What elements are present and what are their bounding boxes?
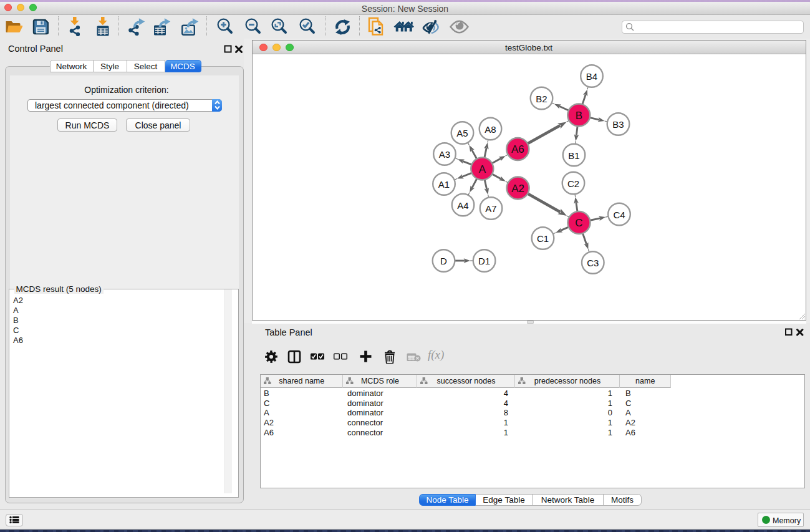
svg-text:A1: A1 xyxy=(438,179,449,190)
svg-text:C: C xyxy=(575,217,582,229)
svg-text:A4: A4 xyxy=(457,200,468,210)
svg-text:B1: B1 xyxy=(568,150,579,160)
svg-text:B4: B4 xyxy=(586,71,597,82)
svg-text:A3: A3 xyxy=(438,149,450,160)
svg-text:D1: D1 xyxy=(478,256,490,266)
svg-text:B3: B3 xyxy=(612,119,624,130)
svg-text:A6: A6 xyxy=(511,143,524,155)
svg-text:B2: B2 xyxy=(536,93,547,104)
svg-text:B: B xyxy=(575,109,582,121)
svg-text:C4: C4 xyxy=(613,209,625,220)
svg-text:A5: A5 xyxy=(456,128,468,138)
svg-text:A8: A8 xyxy=(485,123,496,134)
svg-text:A: A xyxy=(478,163,486,175)
svg-text:A2: A2 xyxy=(511,182,524,194)
svg-text:C3: C3 xyxy=(587,258,599,268)
svg-text:A7: A7 xyxy=(485,203,496,214)
svg-text:D: D xyxy=(440,256,447,266)
svg-text:C1: C1 xyxy=(536,233,548,244)
svg-text:C2: C2 xyxy=(567,178,579,188)
